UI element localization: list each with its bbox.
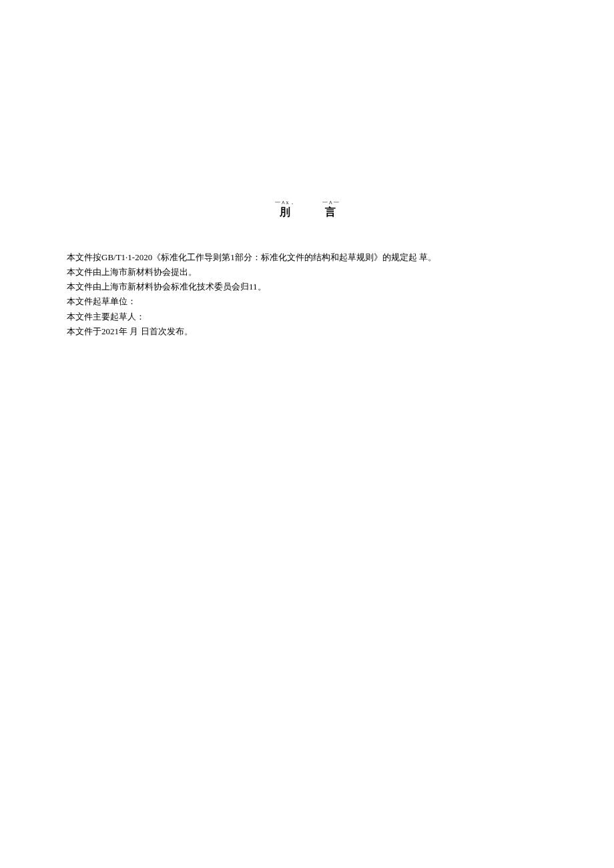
heading-big-1: 刖 bbox=[280, 205, 291, 218]
paragraph: 本文件于2021年 月 日首次发布。 bbox=[67, 324, 547, 339]
paragraph: 本文件主要起草人： bbox=[67, 310, 547, 324]
heading-small-1: 一∧x． bbox=[275, 200, 296, 205]
foreword-body: 本文件按GB/T1·1-2020《标准化工作导则第1部分：标准化文件的结构和起草… bbox=[67, 250, 547, 339]
heading-small-2: 一∧一 bbox=[322, 200, 340, 205]
heading-column-1: 一∧x． 刖 bbox=[275, 200, 296, 218]
paragraph: 本文件由上海市新材料协会标准化技术委员会归11。 bbox=[67, 280, 547, 294]
foreword-heading: 一∧x． 刖 一∧一 言 bbox=[67, 200, 547, 218]
paragraph: 本文件起草单位： bbox=[67, 294, 547, 309]
document-page: 一∧x． 刖 一∧一 言 本文件按GB/T1·1-2020《标准化工作导则第1部… bbox=[0, 0, 614, 868]
paragraph: 本文件由上海市新材料协会提出。 bbox=[67, 265, 547, 280]
paragraph: 本文件按GB/T1·1-2020《标准化工作导则第1部分：标准化文件的结构和起草… bbox=[67, 250, 547, 265]
heading-column-2: 一∧一 言 bbox=[322, 200, 340, 218]
heading-big-2: 言 bbox=[325, 205, 336, 218]
